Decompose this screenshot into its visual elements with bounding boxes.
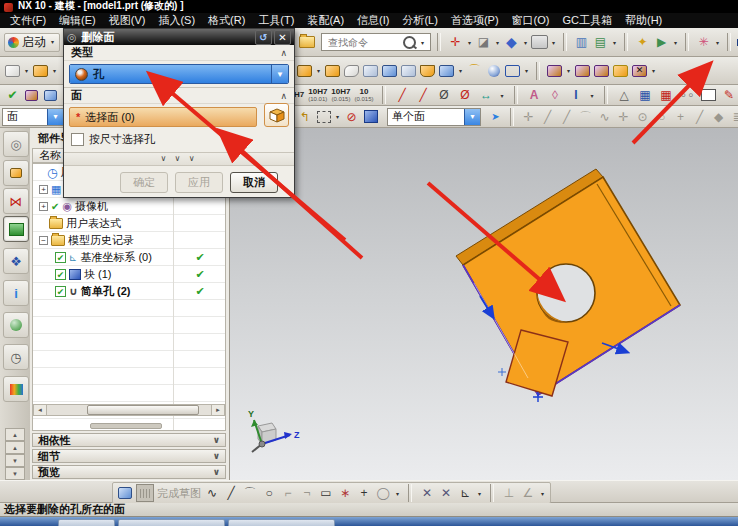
dialog-title-bar[interactable]: ◎ 删除面 ↺ ✕ (64, 29, 294, 45)
bend-arrow-icon[interactable]: ↰ (296, 108, 313, 125)
resource-scroll-up2-icon[interactable]: ▲ (5, 441, 25, 454)
snap-list-icon[interactable]: ≣ (729, 108, 738, 125)
sketch-grid-icon[interactable] (136, 484, 154, 502)
finish-ok-icon[interactable]: ✔ (4, 87, 21, 104)
scroll-left-icon[interactable]: ◄ (33, 404, 47, 416)
select-hole-by-size-row[interactable]: 按尺寸选择孔 (71, 132, 289, 147)
constraint-navigator-icon[interactable]: ⋈ (3, 188, 29, 214)
tree-item-user-expressions[interactable]: 用户表达式 (33, 215, 225, 232)
move-face-caret-icon[interactable]: ▾ (565, 67, 572, 74)
graphics-viewport[interactable]: Y Z (230, 128, 738, 480)
window-layout-icon[interactable]: ▥ (573, 34, 590, 51)
snap-endpoint-icon[interactable]: ╱ (539, 108, 556, 125)
move-face-icon[interactable] (546, 62, 563, 79)
section-details[interactable]: 细节 ∨ (32, 449, 226, 463)
tree-item-datum-csys[interactable]: ✔ ⊾ 基准坐标系 (0) ✔ (33, 249, 225, 266)
fillet-icon[interactable]: ⌒ (466, 62, 483, 79)
sketch-window-icon[interactable] (117, 485, 133, 501)
background-caret-icon[interactable]: ▾ (550, 39, 557, 46)
profile-tool-icon[interactable]: ∿ (204, 485, 220, 501)
unite-icon[interactable] (362, 62, 379, 79)
snap-edge-icon[interactable]: ╱ (691, 108, 708, 125)
ibeam-caret-icon[interactable]: ▾ (589, 92, 596, 99)
dimension-label-icon[interactable]: ╱ (415, 87, 432, 104)
tree-horizontal-scrollbar[interactable]: ◄ ► (32, 404, 226, 416)
rendering-caret-icon[interactable]: ▾ (494, 39, 501, 46)
color-palette-icon[interactable] (3, 376, 29, 402)
sketch-table-icon[interactable] (42, 87, 59, 104)
make-corner-icon[interactable]: ⊾ (457, 485, 473, 501)
replace-face-icon[interactable] (612, 62, 629, 79)
block-icon[interactable] (296, 62, 313, 79)
taskbar-button[interactable] (118, 519, 225, 526)
search-icon[interactable] (403, 36, 416, 49)
fillet-tool-icon[interactable]: ⌐ (280, 485, 296, 501)
dimension-slope-icon[interactable]: ╱ (394, 87, 411, 104)
circle-tool-icon[interactable]: ○ (261, 485, 277, 501)
play-caret-icon[interactable]: ▾ (672, 39, 679, 46)
dialog-more-chevrons[interactable]: ∨ ∨ ∨ (64, 152, 294, 166)
section-expand-icon[interactable]: ∨ (213, 467, 220, 477)
wrench-dim-icon[interactable]: ✎ (721, 87, 738, 104)
datum-caret-icon[interactable]: ▾ (23, 67, 30, 74)
shaded-solid-icon[interactable] (362, 108, 379, 125)
snap-move-icon[interactable]: ✛ (520, 108, 537, 125)
section-preview[interactable]: 预览 ∨ (32, 465, 226, 479)
finish-sketch-label[interactable]: 完成草图 (157, 486, 201, 501)
rectangle-tool-icon[interactable]: ▭ (318, 485, 334, 501)
highlight-arrow-icon[interactable]: ➤ (487, 108, 504, 125)
type-filter-caret-icon[interactable]: ▼ (47, 109, 63, 125)
menu-view[interactable]: 视图(V) (109, 13, 146, 28)
start-button[interactable]: 启动 ▾ (4, 33, 60, 52)
new-window-icon[interactable]: ▤ (592, 34, 609, 51)
snap-face-icon[interactable]: ◆ (710, 108, 727, 125)
marquee-caret-icon[interactable]: ▾ (334, 113, 341, 120)
menu-analysis[interactable]: 分析(L) (402, 13, 437, 28)
wireframe-cube-icon[interactable] (504, 62, 521, 79)
menu-window[interactable]: 窗口(O) (512, 13, 550, 28)
dialog-close-icon[interactable]: ✕ (274, 30, 291, 45)
monitor-icon[interactable] (700, 87, 717, 104)
selection-scope-dropdown[interactable]: 单个面 ▼ (387, 108, 481, 126)
wireframe-caret-icon[interactable]: ▾ (523, 67, 530, 74)
resource-scroll-up-icon[interactable]: ▲ (5, 428, 25, 441)
cancel-button[interactable]: 取消 (230, 172, 278, 193)
expand-plus-icon[interactable]: + (39, 202, 48, 211)
swap-caret-icon[interactable]: ▾ (499, 92, 506, 99)
block-caret-icon[interactable]: ▾ (315, 67, 322, 74)
tree-item-model-history[interactable]: − 模型历史记录 (33, 232, 225, 249)
tolerance-10h7b-icon[interactable]: 10H7(0.015) (331, 88, 350, 102)
feature-checkbox[interactable]: ✔ (55, 252, 66, 263)
snap-spline-icon[interactable]: ∿ (596, 108, 613, 125)
table-icon[interactable]: ▦ (637, 87, 654, 104)
constraint-caret-icon[interactable]: ▾ (539, 490, 546, 497)
line-tool-icon[interactable]: ╱ (223, 485, 239, 501)
section-expand-icon[interactable]: ∨ (213, 451, 220, 461)
resource-scroll-down2-icon[interactable]: ▼ (5, 467, 25, 480)
swap-arrows-icon[interactable]: ↔ (478, 87, 495, 104)
table-add-icon[interactable]: ▦ (658, 87, 675, 104)
chamfer-tool-icon[interactable]: ¬ (299, 485, 315, 501)
pattern-caret-icon[interactable]: ▾ (457, 67, 464, 74)
search-caret-icon[interactable]: ▾ (419, 39, 426, 46)
command-search-input[interactable] (326, 36, 400, 49)
orient-view-icon[interactable]: ◆ (503, 34, 520, 51)
sweep-icon[interactable] (343, 62, 360, 79)
background-icon[interactable] (531, 34, 548, 51)
type-section-header[interactable]: 类型 ∧ (64, 45, 294, 61)
snap-arc-icon[interactable]: ⌒ (577, 108, 594, 125)
menu-insert[interactable]: 插入(S) (158, 13, 195, 28)
menu-gc-toolbox[interactable]: GC工具箱 (562, 13, 612, 28)
rendering-style-icon[interactable]: ◪ (475, 34, 492, 51)
reuse-library-icon[interactable]: ❖ (3, 248, 29, 274)
select-face-row[interactable]: * 选择面 (0) (69, 107, 257, 127)
delete-face-icon[interactable]: ✕ (631, 62, 648, 79)
tolerance-h7-icon[interactable]: H7 (294, 91, 304, 99)
pull-face-icon[interactable] (574, 62, 591, 79)
type-collapse-icon[interactable]: ∧ (280, 48, 287, 58)
tree-item-simple-hole[interactable]: ✔ ∪ 简单孔 (2) ✔ (33, 283, 225, 300)
orient-caret-icon[interactable]: ▾ (522, 39, 529, 46)
extrude-icon[interactable] (32, 62, 49, 79)
arc-tool-icon[interactable]: ⌒ (242, 485, 258, 501)
extrude-caret-icon[interactable]: ▾ (51, 67, 58, 74)
